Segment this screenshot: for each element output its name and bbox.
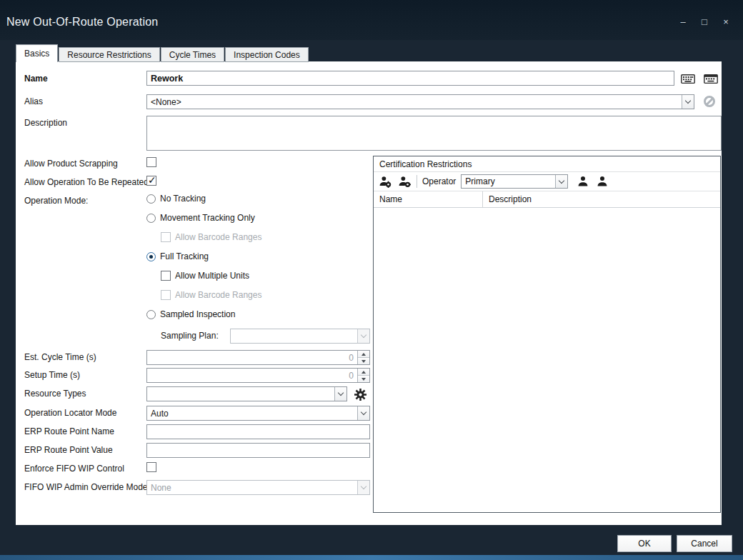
erp-route-point-name-input[interactable] bbox=[146, 424, 370, 439]
setup-time-spinner[interactable]: 0 bbox=[146, 368, 370, 383]
name-input[interactable] bbox=[146, 71, 674, 86]
maximize-button[interactable]: □ bbox=[697, 16, 712, 29]
full-tracking-option[interactable]: Full Tracking bbox=[146, 251, 209, 261]
resource-types-dropdown[interactable] bbox=[146, 386, 347, 401]
certification-restrictions-group: Certification Restrictions bbox=[373, 156, 721, 513]
tab-basics[interactable]: Basics bbox=[16, 44, 58, 62]
full-tracking-radio[interactable] bbox=[146, 252, 156, 261]
tab-resource-restrictions[interactable]: Resource Restrictions bbox=[59, 47, 159, 62]
chevron-down-icon bbox=[361, 484, 366, 489]
description-input[interactable] bbox=[146, 116, 722, 151]
arrow-up-icon bbox=[361, 371, 366, 374]
add-operator-button[interactable] bbox=[576, 174, 590, 189]
window-title: New Out-Of-Route Operation bbox=[6, 16, 158, 29]
certification-grid-header: Name Description bbox=[374, 191, 720, 208]
setup-time-spin-buttons bbox=[357, 369, 369, 382]
remove-certification-button[interactable] bbox=[397, 174, 412, 189]
allow-multiple-units-option[interactable]: Allow Multiple Units bbox=[161, 271, 249, 281]
dialog-window: New Out-Of-Route Operation – □ × Basics … bbox=[0, 0, 743, 560]
minimize-button[interactable]: – bbox=[676, 16, 690, 29]
tab-inspection-codes[interactable]: Inspection Codes bbox=[225, 47, 309, 62]
add-certification-button[interactable] bbox=[378, 174, 392, 189]
erp-route-point-value-label: ERP Route Point Value bbox=[24, 445, 113, 455]
sampling-plan-dropdown-button bbox=[357, 329, 369, 343]
est-cycle-time-value: 0 bbox=[349, 353, 354, 363]
gear-icon bbox=[354, 389, 366, 401]
fifo-admin-override-label: FIFO WIP Admin Override Mode bbox=[24, 482, 148, 492]
operation-locator-mode-dropdown[interactable]: Auto bbox=[146, 406, 370, 421]
movement-tracking-option[interactable]: Movement Tracking Only bbox=[146, 213, 255, 223]
keyboard-layout-icon[interactable] bbox=[702, 71, 719, 86]
operation-locator-mode-label: Operation Locator Mode bbox=[24, 408, 116, 418]
allow-operation-repeated-label: Allow Operation To Be Repeated bbox=[24, 177, 149, 187]
movement-tracking-radio[interactable] bbox=[146, 214, 156, 223]
sampled-inspection-label: Sampled Inspection bbox=[160, 309, 235, 319]
setup-time-label: Setup Time (s) bbox=[24, 370, 80, 380]
arrow-down-icon bbox=[361, 360, 366, 363]
keyboard-layout-icon-glyph bbox=[704, 73, 718, 85]
toolbar-separator bbox=[417, 175, 417, 188]
chevron-down-icon bbox=[361, 332, 366, 338]
allow-product-scrapping-checkbox[interactable] bbox=[146, 157, 156, 167]
sampling-plan-dropdown-value bbox=[231, 329, 357, 343]
resource-types-settings-button[interactable] bbox=[351, 386, 369, 402]
basics-panel: Name Alias bbox=[16, 61, 722, 525]
close-button[interactable]: × bbox=[719, 16, 733, 29]
fifo-admin-override-dropdown-button bbox=[357, 481, 369, 494]
ok-button[interactable]: OK bbox=[617, 535, 672, 552]
tab-cycle-times[interactable]: Cycle Times bbox=[161, 47, 224, 62]
no-tracking-radio[interactable] bbox=[146, 194, 156, 204]
chevron-down-icon bbox=[685, 98, 691, 104]
allow-barcode-ranges-option-2: Allow Barcode Ranges bbox=[161, 290, 261, 300]
erp-route-point-name-label: ERP Route Point Name bbox=[24, 426, 114, 436]
alias-dropdown[interactable]: <None> bbox=[146, 94, 694, 109]
allow-barcode-ranges-label-2: Allow Barcode Ranges bbox=[175, 290, 261, 300]
spin-down-button[interactable] bbox=[358, 375, 369, 382]
allow-barcode-ranges-checkbox-2 bbox=[161, 290, 171, 300]
tab-strip: Basics Resource Restrictions Cycle Times… bbox=[16, 44, 309, 62]
est-cycle-time-spinner[interactable]: 0 bbox=[146, 350, 370, 365]
keyboard-icon[interactable] bbox=[679, 71, 697, 86]
operator-dropdown-button[interactable] bbox=[555, 175, 567, 188]
enforce-fifo-label: Enforce FIFO WIP Control bbox=[24, 464, 124, 474]
window-controls: – □ × bbox=[676, 16, 733, 29]
operator-dropdown-value: Primary bbox=[462, 175, 555, 188]
operation-locator-mode-dropdown-button[interactable] bbox=[357, 406, 369, 420]
operator-dropdown[interactable]: Primary bbox=[461, 174, 568, 189]
movement-tracking-label: Movement Tracking Only bbox=[160, 213, 255, 223]
spin-up-button[interactable] bbox=[358, 351, 369, 357]
person-gear-icon bbox=[399, 176, 411, 188]
alias-dropdown-value: <None> bbox=[147, 95, 682, 109]
keyboard-icon-glyph bbox=[681, 73, 695, 85]
alias-dropdown-button[interactable] bbox=[682, 95, 694, 109]
resource-types-dropdown-button[interactable] bbox=[334, 387, 346, 401]
allow-multiple-units-checkbox[interactable] bbox=[161, 271, 171, 281]
remove-operator-button[interactable] bbox=[595, 174, 609, 189]
sampled-inspection-option[interactable]: Sampled Inspection bbox=[146, 309, 235, 319]
sampled-inspection-radio[interactable] bbox=[146, 310, 156, 319]
sampling-plan-dropdown bbox=[230, 329, 370, 344]
operation-locator-mode-value: Auto bbox=[147, 406, 357, 420]
certification-restrictions-title: Certification Restrictions bbox=[374, 156, 720, 172]
allow-operation-repeated-checkbox[interactable] bbox=[146, 176, 156, 186]
erp-route-point-value-input[interactable] bbox=[146, 443, 370, 458]
allow-multiple-units-label: Allow Multiple Units bbox=[175, 271, 249, 281]
enforce-fifo-checkbox[interactable] bbox=[146, 462, 156, 472]
arrow-down-icon bbox=[361, 378, 366, 381]
no-tracking-option[interactable]: No Tracking bbox=[146, 194, 206, 204]
clear-alias-disabled-icon bbox=[704, 96, 715, 107]
est-cycle-time-label: Est. Cycle Time (s) bbox=[24, 352, 96, 362]
resource-types-dropdown-value bbox=[147, 387, 334, 401]
column-header-description[interactable]: Description bbox=[483, 191, 720, 207]
spin-up-button[interactable] bbox=[358, 369, 369, 375]
titlebar: New Out-Of-Route Operation – □ × bbox=[0, 0, 743, 40]
operation-mode-label: Operation Mode: bbox=[24, 196, 88, 206]
est-cycle-time-spin-buttons bbox=[357, 351, 369, 364]
sampling-plan-label: Sampling Plan: bbox=[161, 331, 219, 341]
spin-down-button[interactable] bbox=[358, 357, 369, 364]
chevron-down-icon bbox=[338, 390, 344, 396]
chevron-down-icon bbox=[559, 177, 564, 183]
cancel-button[interactable]: Cancel bbox=[677, 535, 732, 552]
column-header-name[interactable]: Name bbox=[374, 191, 483, 207]
allow-product-scrapping-label: Allow Product Scrapping bbox=[24, 159, 118, 169]
